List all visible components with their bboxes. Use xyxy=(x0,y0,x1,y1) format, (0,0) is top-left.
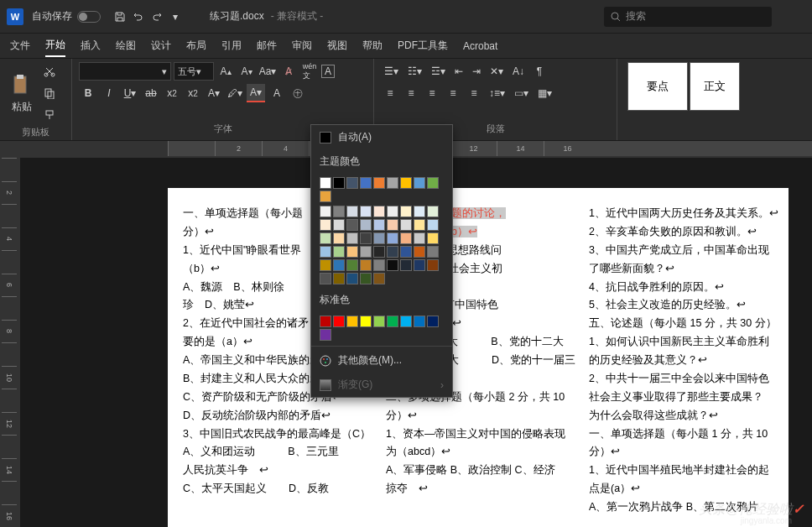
color-swatch[interactable] xyxy=(320,316,331,327)
color-swatch[interactable] xyxy=(387,177,398,189)
grow-font-icon[interactable]: A▴ xyxy=(216,62,235,81)
tab-layout[interactable]: 布局 xyxy=(186,35,206,56)
color-swatch[interactable] xyxy=(387,259,398,271)
color-swatch[interactable] xyxy=(427,232,439,244)
tab-view[interactable]: 视图 xyxy=(327,35,347,56)
shrink-font-icon[interactable]: A▾ xyxy=(237,62,256,81)
superscript-button[interactable]: x2 xyxy=(184,84,202,102)
color-swatch[interactable] xyxy=(346,232,358,244)
multilevel-icon[interactable]: ☲▾ xyxy=(428,62,449,81)
tab-draw[interactable]: 绘图 xyxy=(116,35,136,56)
color-swatch[interactable] xyxy=(373,259,385,271)
color-swatch[interactable] xyxy=(427,246,439,258)
align-left-icon[interactable]: ≡ xyxy=(381,84,399,102)
align-center-icon[interactable]: ≡ xyxy=(402,84,420,102)
line-spacing-icon[interactable]: ↕≡▾ xyxy=(486,84,508,102)
color-swatch[interactable] xyxy=(427,219,439,231)
color-swatch[interactable] xyxy=(427,259,439,271)
format-painter-icon[interactable] xyxy=(40,106,59,124)
color-swatch[interactable] xyxy=(346,246,358,258)
color-swatch[interactable] xyxy=(414,259,425,271)
autosave-toggle[interactable] xyxy=(77,11,101,23)
tab-design[interactable]: 设计 xyxy=(151,35,171,56)
color-swatch[interactable] xyxy=(373,273,385,284)
color-swatch[interactable] xyxy=(387,316,398,327)
tab-help[interactable]: 帮助 xyxy=(362,35,383,56)
color-swatch[interactable] xyxy=(427,177,439,189)
distributed-icon[interactable]: ≡ xyxy=(465,84,483,102)
color-swatch[interactable] xyxy=(360,316,372,327)
tab-insert[interactable]: 插入 xyxy=(81,35,101,56)
color-swatch[interactable] xyxy=(400,177,412,189)
color-swatch[interactable] xyxy=(400,246,412,258)
color-swatch[interactable] xyxy=(400,219,412,231)
color-swatch[interactable] xyxy=(333,232,345,244)
color-swatch[interactable] xyxy=(360,259,372,271)
tab-mailings[interactable]: 邮件 xyxy=(257,35,277,56)
color-swatch[interactable] xyxy=(333,316,345,327)
color-swatch[interactable] xyxy=(360,273,372,284)
cut-icon[interactable] xyxy=(40,62,59,81)
color-swatch[interactable] xyxy=(400,259,412,271)
color-swatch[interactable] xyxy=(360,246,372,258)
color-swatch[interactable] xyxy=(427,316,439,327)
color-swatch[interactable] xyxy=(346,259,358,271)
color-swatch[interactable] xyxy=(346,219,358,231)
color-swatch[interactable] xyxy=(414,232,425,244)
undo-icon[interactable] xyxy=(129,8,148,26)
color-swatch[interactable] xyxy=(320,190,331,202)
color-auto[interactable]: 自动(A) xyxy=(311,125,452,149)
save-icon[interactable] xyxy=(111,8,129,26)
color-swatch[interactable] xyxy=(360,206,372,217)
color-swatch[interactable] xyxy=(320,232,331,244)
more-colors[interactable]: 其他颜色(M)... xyxy=(311,348,452,373)
color-swatch[interactable] xyxy=(414,316,425,327)
font-color-button[interactable]: A▾ xyxy=(247,84,265,102)
shading-icon[interactable]: ▭▾ xyxy=(511,84,532,102)
ruler-vertical[interactable]: 246810121416 xyxy=(0,158,20,527)
color-swatch[interactable] xyxy=(414,206,425,217)
color-swatch[interactable] xyxy=(387,246,398,258)
style-keypoint[interactable]: 要点 xyxy=(627,62,688,111)
italic-button[interactable]: I xyxy=(100,84,118,102)
color-swatch[interactable] xyxy=(427,206,439,217)
color-swatch[interactable] xyxy=(400,206,412,217)
show-marks-icon[interactable]: ¶ xyxy=(530,62,549,81)
phonetic-icon[interactable]: wén文 xyxy=(300,62,319,81)
color-swatch[interactable] xyxy=(400,232,412,244)
color-swatch[interactable] xyxy=(387,219,398,231)
color-swatch[interactable] xyxy=(414,246,425,258)
color-swatch[interactable] xyxy=(333,273,345,284)
color-swatch[interactable] xyxy=(333,246,345,258)
color-swatch[interactable] xyxy=(320,206,331,217)
style-normal[interactable]: 正文 xyxy=(690,62,740,111)
enclose-char-icon[interactable]: ㊉ xyxy=(289,84,307,102)
align-right-icon[interactable]: ≡ xyxy=(423,84,441,102)
subscript-button[interactable]: x2 xyxy=(163,84,181,102)
copy-icon[interactable] xyxy=(40,84,59,102)
color-swatch[interactable] xyxy=(333,219,345,231)
color-swatch[interactable] xyxy=(360,232,372,244)
color-swatch[interactable] xyxy=(320,273,331,284)
color-swatch[interactable] xyxy=(373,177,385,189)
char-shading-icon[interactable]: A xyxy=(268,84,286,102)
strikethrough-button[interactable]: ab xyxy=(142,84,160,102)
bullets-icon[interactable]: ☰▾ xyxy=(381,62,402,81)
color-swatch[interactable] xyxy=(346,316,358,327)
color-swatch[interactable] xyxy=(320,177,331,189)
ruler-horizontal[interactable]: 246810121416 xyxy=(168,141,812,156)
font-family-select[interactable]: ▾ xyxy=(79,62,171,81)
tab-review[interactable]: 审阅 xyxy=(292,35,312,56)
color-swatch[interactable] xyxy=(400,316,412,327)
change-case-icon[interactable]: Aa▾ xyxy=(258,62,277,81)
color-swatch[interactable] xyxy=(320,329,331,341)
color-swatch[interactable] xyxy=(333,206,345,217)
numbering-icon[interactable]: ☷▾ xyxy=(404,62,425,81)
text-effects-icon[interactable]: A▾ xyxy=(205,84,223,102)
justify-icon[interactable]: ≡ xyxy=(444,84,462,102)
tab-home[interactable]: 开始 xyxy=(45,34,65,57)
color-swatch[interactable] xyxy=(373,246,385,258)
redo-icon[interactable] xyxy=(148,8,166,26)
color-swatch[interactable] xyxy=(346,206,358,217)
color-swatch[interactable] xyxy=(373,232,385,244)
